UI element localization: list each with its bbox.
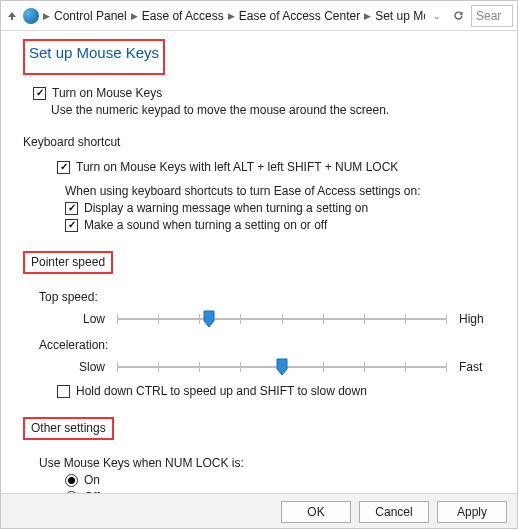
when-using-text: When using keyboard shortcuts to turn Ea… xyxy=(65,184,501,198)
ok-button[interactable]: OK xyxy=(281,501,351,523)
acceleration-label: Acceleration: xyxy=(39,338,501,352)
top-speed-slider-row: Low High xyxy=(53,308,501,330)
crumb-set-up-mouse-keys[interactable]: Set up Mouse Keys xyxy=(373,9,425,23)
address-bar: ▶ Control Panel ▶ Ease of Access ▶ Ease … xyxy=(1,1,517,31)
accel-slow: Slow xyxy=(53,360,111,374)
sound-checkbox[interactable] xyxy=(65,219,78,232)
history-chevron[interactable]: ⌄ xyxy=(429,11,445,21)
page-title: Set up Mouse Keys xyxy=(29,44,159,61)
sound-label: Make a sound when turning a setting on o… xyxy=(84,218,327,232)
top-speed-slider[interactable] xyxy=(117,308,447,330)
warning-row[interactable]: Display a warning message when turning a… xyxy=(65,201,501,215)
turn-on-mouse-keys-label: Turn on Mouse Keys xyxy=(52,86,162,100)
content-area: Set up Mouse Keys Turn on Mouse Keys Use… xyxy=(1,31,517,493)
crumb-control-panel[interactable]: Control Panel xyxy=(52,9,129,23)
turn-on-mouse-keys-row[interactable]: Turn on Mouse Keys xyxy=(33,86,501,100)
turn-on-help-text: Use the numeric keypad to move the mouse… xyxy=(51,103,501,117)
when-using-label: When using keyboard shortcuts to turn Ea… xyxy=(65,184,421,198)
hold-ctrl-label: Hold down CTRL to speed up and SHIFT to … xyxy=(76,384,367,398)
cancel-button[interactable]: Cancel xyxy=(359,501,429,523)
shortcut-turn-on-checkbox[interactable] xyxy=(57,161,70,174)
top-speed-thumb[interactable] xyxy=(203,310,215,328)
numlock-off-radio[interactable] xyxy=(65,491,78,494)
shortcut-turn-on-label: Turn on Mouse Keys with left ALT + left … xyxy=(76,160,398,174)
top-speed-low: Low xyxy=(53,312,111,326)
page-title-highlight: Set up Mouse Keys xyxy=(23,39,165,75)
numlock-on-row[interactable]: On xyxy=(65,473,501,487)
hold-ctrl-row[interactable]: Hold down CTRL to speed up and SHIFT to … xyxy=(57,384,501,398)
search-placeholder: Sear xyxy=(476,9,501,23)
up-button[interactable] xyxy=(5,8,19,24)
refresh-button[interactable] xyxy=(449,7,467,25)
other-settings-heading: Other settings xyxy=(23,417,114,440)
apply-button[interactable]: Apply xyxy=(437,501,507,523)
control-panel-icon xyxy=(23,8,39,24)
numlock-label: Use Mouse Keys when NUM LOCK is: xyxy=(39,456,501,470)
numlock-on-label: On xyxy=(84,473,100,487)
crumb-ease-of-access-center[interactable]: Ease of Access Center xyxy=(237,9,362,23)
pointer-speed-heading: Pointer speed xyxy=(23,251,113,274)
turn-on-mouse-keys-checkbox[interactable] xyxy=(33,87,46,100)
search-input[interactable]: Sear xyxy=(471,5,513,27)
warning-label: Display a warning message when turning a… xyxy=(84,201,368,215)
shortcut-turn-on-row[interactable]: Turn on Mouse Keys with left ALT + left … xyxy=(57,160,501,174)
top-speed-high: High xyxy=(453,312,501,326)
dialog-footer: OK Cancel Apply xyxy=(1,493,517,529)
numlock-on-radio[interactable] xyxy=(65,474,78,487)
top-speed-label: Top speed: xyxy=(39,290,501,304)
acceleration-slider-row: Slow Fast xyxy=(53,356,501,378)
crumb-ease-of-access[interactable]: Ease of Access xyxy=(140,9,226,23)
keyboard-shortcut-heading: Keyboard shortcut xyxy=(23,135,120,149)
hold-ctrl-checkbox[interactable] xyxy=(57,385,70,398)
numlock-off-label: Off xyxy=(84,490,100,493)
sound-row[interactable]: Make a sound when turning a setting on o… xyxy=(65,218,501,232)
accel-fast: Fast xyxy=(453,360,501,374)
warning-checkbox[interactable] xyxy=(65,202,78,215)
breadcrumb: ▶ Control Panel ▶ Ease of Access ▶ Ease … xyxy=(43,9,425,23)
acceleration-slider[interactable] xyxy=(117,356,447,378)
acceleration-thumb[interactable] xyxy=(276,358,288,376)
